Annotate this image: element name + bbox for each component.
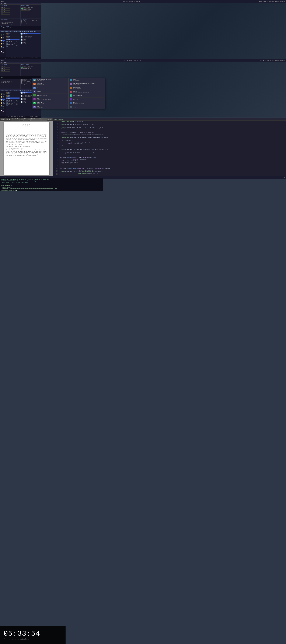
app-menu-item-calibre[interactable]: C Calibre E-book library management	[68, 90, 105, 94]
temp2-core0: coreetemp_core0 27	[1, 81, 20, 82]
fm-file-keygen-h[interactable]: 📄 key_generator.h	[20, 37, 40, 38]
cpu-panel: CPU Usage CPU0 2% CPU1 4% CPU2 3% CPU3 —…	[0, 4, 20, 18]
fm-sidebar-item-java[interactable]: 📁 Java	[0, 44, 5, 46]
fm-sidebar-item-python[interactable]: 📁 Python	[0, 46, 5, 48]
fm-file-keygen-cc[interactable]: 📄 key_generator.cc	[20, 36, 40, 37]
fm-folder-lib[interactable]: 📁 lib	[6, 36, 19, 37]
app-menu-item-wqth[interactable]: W Wqth	[32, 86, 68, 90]
slack-desc: Slack client for Linux	[37, 99, 51, 100]
fm-sidebar-item-active2[interactable]: ★ active	[0, 48, 5, 51]
filemanager-label: File Manager PCManFM	[37, 79, 51, 80]
app-menu-item-gimp[interactable]: G GNU Image Manipulation Program Image E…	[68, 82, 105, 86]
pdf-eq2-label: (7)	[8, 148, 10, 149]
fm-file-cipher[interactable]: 📄 cipher.cc	[20, 33, 40, 34]
fm-body: ★ active 📁 data 📁 doc 📁 lib 📁 src 📁 cd 📁…	[0, 32, 41, 58]
app-menu-item-claws[interactable]: C ClawsMails Linux Scanner	[68, 86, 105, 90]
code-content[interactable]: fiestel_right_block(BLOCK_SIZE / 2); per…	[59, 120, 286, 176]
fm2-folder-lib[interactable]: 📁 lib	[6, 94, 19, 96]
pdf-open-btn[interactable]: Open	[1, 118, 5, 120]
app-menu-item-kitty[interactable]: K kitty terminal emulator	[68, 101, 105, 105]
app-menu-item-filemanager[interactable]: 📁 File Manager PCManFM File Manager	[32, 78, 68, 82]
calibre-label: Calibre	[73, 90, 89, 92]
fm2-sidebar-python[interactable]: 📁 Python	[0, 104, 5, 107]
fm2-folder-data[interactable]: 📁 data	[6, 92, 19, 93]
terminal-prompt-row[interactable]: zachary@ECK-0001 tdes$	[1, 190, 102, 191]
app-menu-item-ranger[interactable]: R ranger	[68, 105, 105, 109]
fm-folder-test[interactable]: 📁 test	[6, 37, 19, 38]
table-row-4: 5183110	[22, 128, 31, 128]
topbar2: 2:10 08 May 2019, 05:35 AM 18% VPN: US D…	[0, 59, 286, 62]
pdf-zoom-in-btn[interactable]: +	[21, 118, 23, 120]
cpu-row-1: CPU1 4%	[1, 9, 20, 10]
fm-sidebar-item-lib[interactable]: 📁 lib	[0, 38, 5, 40]
topbar2-host: ISU-CARDINAL	[275, 60, 285, 61]
fm-folder-cdm[interactable]: 📁 cdm	[6, 38, 19, 40]
xterm-label: XTerm	[37, 91, 40, 92]
fm-file-util[interactable]: 📄 util.h	[20, 43, 40, 44]
app-menu-item-slack[interactable]: S Slack Slack client for Linux	[32, 97, 68, 101]
temp-core0: coreetemp_core0 27	[1, 24, 20, 26]
app-menu-item-ark[interactable]: A Ark Flashcards	[32, 105, 68, 109]
pdf-zoom-fit-btn[interactable]: Zoom to Fit	[30, 118, 38, 121]
cpu2-fill	[1, 12, 1, 13]
pdf-zoom-out-btn[interactable]: −	[28, 118, 30, 120]
fm-folder-data[interactable]: 📁 data	[6, 33, 19, 34]
battery-indicator: 18%	[259, 0, 262, 2]
fm-sidebar-item-src[interactable]: 📁 src	[0, 40, 5, 41]
fm2-sidebar-data[interactable]: 📁 data	[0, 94, 5, 96]
fm-file-copying[interactable]: 📄 COPYING31.7 K	[6, 41, 19, 42]
code-scroll-indicator: █	[285, 177, 285, 178]
fm2-file-readme[interactable]: 📄 README358 B	[6, 104, 19, 106]
network-total-rx: Total Rx: 14.0 KB	[0, 27, 41, 28]
fm-file-readme[interactable]: 📄 README358 B	[6, 45, 19, 47]
app-menu-item-spotify[interactable]: S Spotify Music Player	[32, 101, 68, 105]
fm2-sidebar-pdf[interactable]: 📄 2~.pdf	[0, 110, 5, 112]
top-bar-left: 2:10	[1, 0, 4, 2]
pdf-zoom-width-btn[interactable]: Zoom to Width	[38, 118, 47, 121]
fm2-sidebar-lib[interactable]: 📁 lib	[0, 97, 5, 98]
pdf-next-btn[interactable]: ▶	[9, 118, 10, 120]
fm-sidebar-item-cd[interactable]: 📁 cd	[0, 41, 5, 43]
ark-desc: Flashcards	[37, 107, 43, 108]
fm2-sidebar-src[interactable]: 📁 src	[0, 98, 5, 100]
fm-sidebar-item-active[interactable]: ★ active	[0, 33, 5, 35]
fm2-sidebar-go[interactable]: 📁 Go	[0, 102, 5, 103]
fm2-folder-doc[interactable]: 📁 doc	[6, 93, 19, 94]
app-menu-item-android[interactable]: A Android Studio	[32, 94, 68, 97]
fm-file-cpplint[interactable]: 📄 CPPLINT.cfg38 B	[6, 42, 19, 44]
fm2-file-makefile[interactable]: 📄 Makefile1.79 K	[6, 103, 19, 104]
terminal-cursor	[16, 190, 17, 191]
fm2-folder-test[interactable]: 📁 test	[6, 96, 19, 98]
fm-file-tdes-h[interactable]: 📄 tdes.h	[20, 42, 40, 43]
date-time: 08 May 2019, 05:35 AM	[123, 0, 140, 2]
cpu2-row2: CPU2 3%	[1, 70, 20, 71]
cpu3-bar	[1, 14, 10, 15]
fm2-sidebar-doc[interactable]: 📁 doc	[0, 96, 5, 97]
app-menu-item-qt5[interactable]: Q Qt5 Settings	[68, 94, 105, 98]
fm-file-makefile[interactable]: 📄 Makefile1.79 K	[6, 44, 19, 45]
app-menu-item-firefox[interactable]: 🦊 Firefox web browser	[32, 82, 68, 86]
fm-file-tdes-cc[interactable]: 📄 tdes.cc	[20, 40, 40, 42]
fm-file-main[interactable]: 📄 main.cc	[20, 38, 40, 40]
app-menu-left: 📁 File Manager PCManFM File Manager 🦊 Fi…	[32, 78, 68, 109]
fm-folder-doc[interactable]: 📁 doc	[6, 34, 19, 36]
fm2-file-cpplint[interactable]: 📄 CPPLINT.cfg38 B	[6, 101, 19, 103]
app-menu-item-gvim[interactable]: V gVim Text Editor	[68, 78, 105, 82]
app-menu-item-eclipse[interactable]: E Eclipse	[68, 98, 105, 101]
pdf-prev-btn[interactable]: ◀	[6, 118, 8, 120]
fm-sidebar-item-data[interactable]: 📁 data	[0, 35, 5, 37]
clock-unlock-hint[interactable]: Type password to unlock...	[3, 638, 29, 640]
fm2-sidebar-active[interactable]: ★ active	[0, 92, 5, 94]
fm-sidebar-item-doc[interactable]: 📁 doc	[0, 37, 5, 38]
fm-file-fe[interactable]: 📄 fe.h	[20, 34, 40, 36]
firefox-desc: web browser	[37, 84, 44, 85]
fm-sidebar-item-go[interactable]: 📁 Go	[0, 43, 5, 44]
fm2-file-copying[interactable]: 📄 COPYING31.7 K	[6, 100, 19, 101]
app-menu-item-xterm[interactable]: X XTerm	[32, 90, 68, 94]
fm2-sidebar-active2[interactable]: ★ active	[0, 107, 5, 110]
pdf-scroll-btn[interactable]: Scroll	[47, 118, 52, 120]
fm-sidebar-item-pdf[interactable]: 📄 2~.pdf	[0, 51, 5, 53]
fm2-sidebar-cd[interactable]: 📁 cd	[0, 100, 5, 102]
fm2-folder-cdm[interactable]: 📁 cdm	[6, 98, 19, 99]
fm2-sidebar-java[interactable]: 📁 Java	[0, 103, 5, 104]
